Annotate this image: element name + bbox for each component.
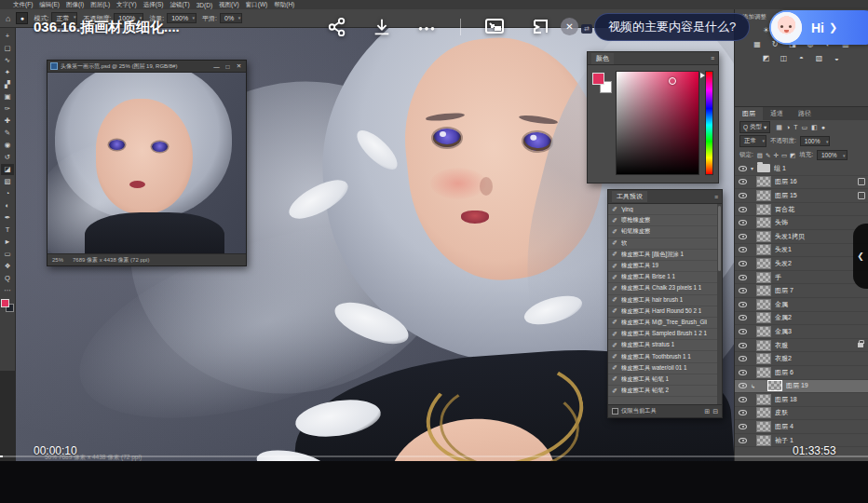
visibility-eye-icon[interactable] [739, 315, 747, 320]
maximize-button[interactable]: □ [224, 63, 232, 70]
lock-position-icon[interactable]: ✛ [773, 152, 778, 159]
eraser-tool[interactable]: ◪ [1, 164, 14, 175]
layer-thumbnail[interactable] [756, 312, 771, 323]
tool-preset-item[interactable]: ✐ 橡皮擦工具 hair brush 1 [608, 295, 722, 306]
layer-thumbnail[interactable] [756, 285, 771, 296]
selective-color-icon[interactable]: ▧ [813, 53, 825, 63]
visibility-eye-icon[interactable] [739, 275, 747, 280]
tool-preset-item[interactable]: ✐ 橡皮擦工具 Sampled Brush 1 2 1 [608, 329, 722, 340]
visibility-eye-icon[interactable] [739, 397, 747, 402]
tool-preset-item[interactable]: ✐ 橡皮擦工具 19 [608, 261, 722, 272]
lock-paint-icon[interactable]: ✎ [766, 152, 770, 159]
layer-thumbnail[interactable] [756, 217, 771, 228]
layer-name[interactable]: 金属 [775, 300, 865, 309]
layer-name[interactable]: 皮肤 [775, 408, 865, 417]
menu-item[interactable]: 图层(L) [90, 1, 110, 9]
tab-tool-presets[interactable]: 工具预设 [612, 191, 647, 202]
layer-name[interactable]: 图层 16 [775, 177, 854, 186]
document-window-titlebar[interactable]: 头像第一画示范.psd @ 25% (图层 19, RGB/8#) — □ ✕ [47, 61, 246, 73]
saturation-brightness-field[interactable] [616, 71, 699, 175]
crop-tool[interactable]: ▞ [1, 79, 14, 90]
adjustment-filter-icon[interactable]: ◑ [786, 124, 790, 131]
layer-blend-mode-select[interactable]: 正常 [739, 135, 766, 147]
picture-in-picture-icon[interactable] [483, 16, 506, 38]
layer-row[interactable]: ▾ ↳ 图层 6 [735, 366, 868, 380]
lock-all-icon[interactable]: ◩ [790, 152, 795, 159]
layer-row[interactable]: ▾ ↳ 头发2 [735, 257, 868, 271]
tool-preset-item[interactable]: ✐ 橡皮擦工具 [颜色]混涂 1 [608, 250, 722, 261]
menu-item[interactable]: 图像(I) [66, 1, 84, 9]
layer-row[interactable]: ▾ ↳ 皮肤 [735, 407, 868, 421]
marquee-tool[interactable]: ▢ [1, 43, 14, 54]
layer-name[interactable]: 头发2 [775, 259, 865, 268]
visibility-eye-icon[interactable] [739, 234, 747, 239]
quick-selection-tool[interactable]: ✦ [1, 67, 14, 78]
menu-item[interactable]: 编辑(E) [39, 1, 60, 9]
layer-row[interactable]: ▾ ↳ 头饰 [735, 216, 868, 230]
tool-preset-item[interactable]: ✐ 喷枪橡皮擦 [608, 215, 722, 226]
minimize-button[interactable]: — [212, 63, 221, 70]
layer-thumbnail[interactable] [756, 231, 771, 242]
tool-preset-item[interactable]: ✐ 橡皮擦工具 铅笔 2 [608, 386, 722, 397]
layer-name[interactable]: 组 1 [774, 164, 865, 173]
menu-item[interactable]: 3D(D) [197, 2, 212, 8]
tool-preset-item[interactable]: ✐ 橡皮擦工具 Brise 1 1 [608, 272, 722, 283]
attribute-filter-icon[interactable]: ● [821, 124, 825, 131]
layer-name[interactable]: 头发1拷贝 [775, 232, 865, 241]
chat-close-icon[interactable]: ✕ [561, 18, 578, 35]
visibility-eye-icon[interactable] [739, 370, 747, 375]
pen-tool[interactable]: ✒ [1, 212, 14, 224]
layer-row[interactable]: ▾ ↳ 图层 15 [735, 189, 868, 203]
tool-preset-item[interactable]: ✐ 橡皮擦工具 Chalk 23 pixels 1 1 [608, 283, 722, 294]
layer-thumbnail[interactable] [756, 407, 771, 418]
menu-item[interactable]: 滤镜(T) [170, 1, 189, 9]
layer-row[interactable]: ▾ ↳ 头发1 [735, 244, 868, 258]
tool-preset-item[interactable]: ✐ 橡皮擦工具 Hard Round 50 2 1 [608, 306, 722, 318]
layer-name[interactable]: 头饰 [775, 218, 865, 227]
layer-name[interactable]: 图层 6 [775, 368, 865, 377]
layer-row[interactable]: ▾ ↳ 金属2 [735, 312, 868, 326]
path-selection-tool[interactable]: ► [1, 237, 14, 248]
pixel-filter-icon[interactable]: ▦ [776, 124, 782, 131]
layer-thumbnail[interactable] [756, 367, 771, 378]
tool-preset-item[interactable]: ✐ 橡皮擦工具 M@_Tree_Brush_Gli [608, 318, 722, 329]
zoom-level[interactable]: 25% [52, 257, 63, 263]
visibility-eye-icon[interactable] [739, 438, 747, 443]
visibility-eye-icon[interactable] [739, 247, 747, 252]
menu-item[interactable]: 文件(F) [13, 1, 33, 9]
layer-thumbnail[interactable] [756, 272, 771, 283]
layer-name[interactable]: 百合花 [775, 205, 865, 214]
lock-transparency-icon[interactable]: ▨ [757, 152, 763, 159]
visibility-eye-icon[interactable] [739, 220, 747, 225]
posterize-icon[interactable]: ◫ [778, 53, 790, 63]
ai-assistant-button[interactable]: Hi ❯ [769, 10, 868, 45]
layer-name[interactable]: 图层 19 [786, 381, 865, 390]
layer-row[interactable]: ▾ ↳ 衣服2 [735, 352, 868, 366]
lasso-tool[interactable]: ∿ [1, 55, 14, 66]
scrollbar[interactable] [717, 204, 722, 404]
tool-preset-item[interactable]: ✐ 软 [608, 238, 722, 250]
menu-item[interactable]: 帮助(H) [274, 1, 294, 9]
healing-brush-tool[interactable]: ✚ [1, 116, 14, 127]
menu-item[interactable]: 窗口(W) [246, 1, 267, 9]
menu-item[interactable]: 选择(S) [143, 1, 164, 9]
zoom-tool[interactable]: Q [1, 273, 14, 284]
tool-preset-item[interactable]: ✐ 橡皮擦工具 stratus 1 [608, 340, 722, 351]
layer-thumbnail[interactable] [767, 380, 782, 391]
dodge-tool[interactable]: ◐ [1, 200, 14, 211]
layer-name[interactable]: 图层 7 [775, 286, 865, 295]
threshold-icon[interactable]: ◓ [795, 53, 807, 63]
visibility-eye-icon[interactable] [739, 207, 747, 212]
clone-stamp-tool[interactable]: ◉ [1, 140, 14, 151]
chat-suggestion-bubble[interactable]: 视频的主要内容是什么? [594, 13, 750, 41]
type-filter-icon[interactable]: T [793, 124, 797, 131]
group-expand-icon[interactable]: ▾ [751, 165, 753, 171]
layer-thumbnail[interactable] [756, 353, 771, 364]
visibility-eye-icon[interactable] [739, 166, 747, 171]
layer-name[interactable]: 衣服2 [775, 354, 865, 363]
layer-row[interactable]: ▾ ↳ 图层 18 [735, 393, 868, 407]
visibility-eye-icon[interactable] [739, 261, 747, 266]
blur-tool[interactable]: ◔ [1, 188, 14, 199]
layer-row[interactable]: ▾ ↳ 组 1 [735, 162, 868, 176]
tool-preset-item[interactable]: ✐ 'ying [608, 204, 722, 215]
